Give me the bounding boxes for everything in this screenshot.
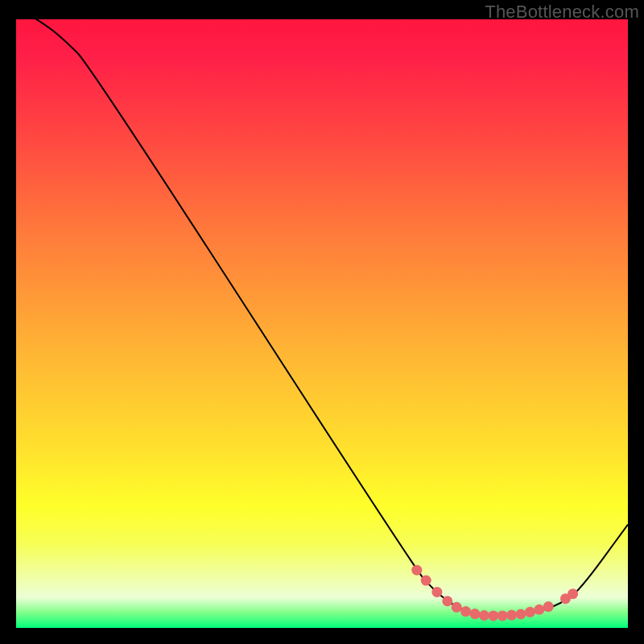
marker-dot (452, 602, 462, 613)
plot-area (16, 19, 628, 628)
marker-dot (470, 609, 481, 619)
marker-dot (411, 565, 422, 576)
bottleneck-curve (16, 19, 628, 616)
marker-dot (479, 610, 489, 621)
marker-dot (488, 610, 498, 621)
marker-dot (506, 610, 517, 621)
marker-dot (516, 609, 526, 619)
marker-dot (442, 596, 452, 606)
watermark-text: TheBottleneck.com (485, 2, 639, 23)
marker-dot (431, 587, 442, 597)
chart-frame: TheBottleneck.com (0, 0, 644, 644)
marker-dot (421, 576, 431, 586)
marker-dots (411, 565, 578, 621)
marker-dot (568, 588, 578, 599)
marker-dot (534, 605, 544, 615)
marker-dot (460, 606, 471, 617)
curve-layer (16, 19, 628, 628)
marker-dot (497, 610, 508, 621)
marker-dot (525, 607, 535, 617)
marker-dot (543, 601, 554, 612)
